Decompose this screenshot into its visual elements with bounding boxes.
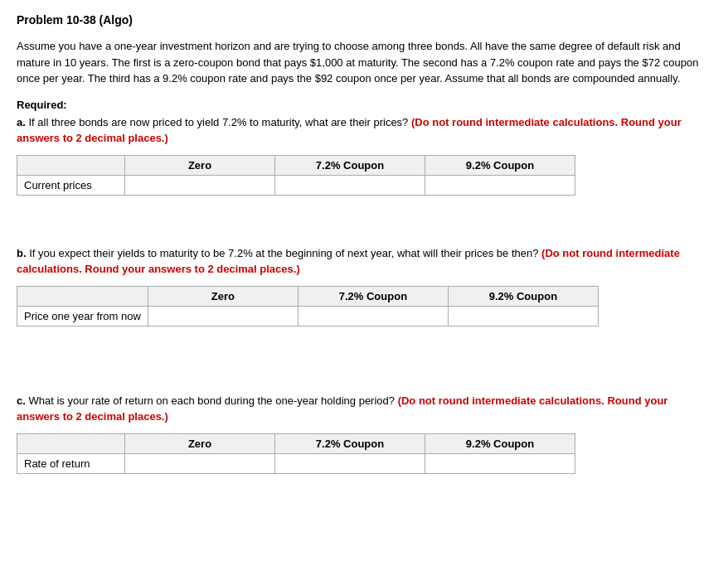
price-year-92-input[interactable]	[449, 307, 598, 326]
price-year-zero-cell	[148, 306, 298, 326]
rate-return-92-cell	[425, 453, 575, 473]
current-prices-label: Current prices	[17, 175, 125, 195]
col-header-72-b: 7.2% Coupon	[298, 286, 448, 306]
part-b: b. If you expect their yields to maturit…	[17, 245, 711, 326]
table-row: Current prices	[17, 175, 575, 195]
col-header-empty-c	[17, 433, 125, 453]
rate-return-zero-cell	[125, 453, 275, 473]
rate-return-zero-input[interactable]	[125, 454, 274, 473]
current-price-72-input[interactable]	[275, 176, 425, 195]
col-header-empty-a	[17, 155, 125, 175]
part-a-table: Zero 7.2% Coupon 9.2% Coupon Current pri…	[17, 155, 575, 196]
col-header-92-c: 9.2% Coupon	[425, 433, 575, 453]
rate-return-72-cell	[275, 453, 425, 473]
col-header-72-a: 7.2% Coupon	[275, 155, 425, 175]
intro-text: Assume you have a one-year investment ho…	[17, 38, 711, 87]
current-price-zero-input[interactable]	[125, 176, 274, 195]
current-price-92-cell	[425, 175, 575, 195]
part-c-question: c. What is your rate of return on each b…	[17, 393, 711, 425]
col-header-72-c: 7.2% Coupon	[275, 433, 425, 453]
rate-return-92-input[interactable]	[425, 454, 575, 473]
current-price-zero-cell	[125, 175, 275, 195]
price-year-zero-input[interactable]	[148, 307, 298, 326]
part-a: a. If all three bonds are now priced to …	[17, 114, 711, 196]
current-price-92-input[interactable]	[425, 176, 575, 195]
current-price-72-cell	[275, 175, 425, 195]
rate-of-return-label: Rate of return	[17, 453, 125, 473]
required-label: Required:	[17, 99, 711, 111]
price-one-year-label: Price one year from now	[17, 306, 148, 326]
part-b-question: b. If you expect their yields to maturit…	[17, 245, 711, 278]
col-header-empty-b	[17, 286, 148, 306]
col-header-92-b: 9.2% Coupon	[448, 286, 598, 306]
col-header-zero-c: Zero	[125, 433, 275, 453]
price-year-92-cell	[448, 306, 598, 326]
part-c-table: Zero 7.2% Coupon 9.2% Coupon Rate of ret…	[17, 433, 575, 474]
required-section: Required: a. If all three bonds are now …	[17, 99, 711, 474]
col-header-zero-a: Zero	[125, 155, 275, 175]
col-header-zero-b: Zero	[148, 286, 298, 306]
price-year-72-input[interactable]	[298, 307, 448, 326]
problem-title: Problem 10-38 (Algo)	[17, 13, 711, 27]
col-header-92-a: 9.2% Coupon	[425, 155, 575, 175]
part-b-table: Zero 7.2% Coupon 9.2% Coupon Price one y…	[17, 286, 599, 326]
table-row: Rate of return	[17, 453, 575, 473]
price-year-72-cell	[298, 306, 448, 326]
part-c: c. What is your rate of return on each b…	[17, 393, 711, 474]
table-row: Price one year from now	[17, 306, 599, 326]
rate-return-72-input[interactable]	[275, 454, 425, 473]
part-a-question: a. If all three bonds are now priced to …	[17, 114, 711, 147]
